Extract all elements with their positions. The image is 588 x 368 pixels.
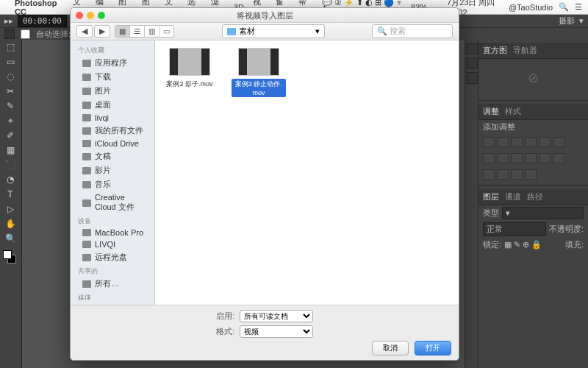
- enable-select[interactable]: 所有可读文档: [240, 310, 313, 322]
- file-item[interactable]: 案例2 静止动作.mov: [232, 48, 286, 97]
- user[interactable]: @TaoStudio: [509, 3, 553, 12]
- format-select[interactable]: 视频: [240, 325, 313, 338]
- tool-stamp[interactable]: ▦: [0, 143, 21, 158]
- tool-crop[interactable]: ✂: [0, 84, 21, 99]
- tab-histogram[interactable]: 直方图: [483, 45, 507, 56]
- tool-hand[interactable]: ✋: [0, 216, 21, 231]
- view-list[interactable]: ☰: [130, 26, 145, 37]
- path-selector[interactable]: 素材▾: [222, 24, 325, 38]
- adj-icon[interactable]: [483, 169, 495, 180]
- sb-allfiles[interactable]: 我的所有文件: [71, 124, 154, 138]
- adj-icon[interactable]: [511, 169, 523, 180]
- adj-icon[interactable]: [483, 153, 495, 163]
- home-icon[interactable]: ▸▸: [4, 16, 13, 26]
- tab-channels[interactable]: 通道: [505, 191, 521, 202]
- sb-pictures[interactable]: 图片: [71, 84, 154, 98]
- file-browser[interactable]: 案例2 影子.mov 案例2 静止动作.mov: [155, 40, 459, 305]
- tab-styles[interactable]: 样式: [505, 106, 521, 117]
- adj-icon[interactable]: [497, 137, 509, 147]
- adj-icon[interactable]: [525, 169, 537, 180]
- back-button[interactable]: ◀: [76, 25, 93, 38]
- tool-gradient[interactable]: ⬛: [0, 158, 21, 172]
- tab-paths[interactable]: 路径: [527, 191, 543, 202]
- sb-remote[interactable]: 远程光盘: [71, 250, 154, 264]
- tool-zoom[interactable]: 🔍: [0, 231, 21, 246]
- sb-desktop[interactable]: 桌面: [71, 98, 154, 112]
- sb-movies[interactable]: 影片: [71, 163, 154, 177]
- adj-icon[interactable]: [539, 137, 551, 147]
- tab-adjustments[interactable]: 调整: [483, 106, 499, 117]
- tool-eyedropper[interactable]: ✎: [0, 99, 21, 113]
- sb-all[interactable]: 所有…: [71, 277, 154, 291]
- view-mode-group: ▦☰▥▭: [115, 25, 174, 38]
- sb-downloads[interactable]: 下载: [71, 70, 154, 84]
- adj-icon[interactable]: [553, 137, 564, 147]
- lock-icons[interactable]: ▦ ✎ ⊕ 🔒: [504, 240, 542, 250]
- globe-icon: [82, 280, 91, 288]
- right-panels: 直方图导航器 ⊘ 调整样式 添加调整 图层通道路径 类型▾ 正常不透明度: 锁定…: [478, 40, 588, 368]
- adj-icon[interactable]: [497, 153, 509, 163]
- file-item[interactable]: 案例2 影子.mov: [162, 48, 217, 97]
- tool-brush[interactable]: ✐: [0, 128, 21, 143]
- dialog-toolbar: ◀▶ ▦☰▥▭ 素材▾ 🔍 搜索: [71, 23, 459, 40]
- sb-icloud[interactable]: iCloud Drive: [71, 138, 154, 149]
- sb-home[interactable]: livqi: [71, 112, 154, 124]
- adj-icon[interactable]: [497, 169, 509, 180]
- notif-icon[interactable]: ☰: [575, 2, 582, 12]
- sb-macbook[interactable]: MacBook Pro: [71, 227, 154, 238]
- panel-icon[interactable]: [466, 43, 478, 54]
- move-tool-icon[interactable]: [4, 29, 15, 39]
- workspace-switcher[interactable]: 摄影: [559, 15, 575, 26]
- sb-disk[interactable]: LIVQI: [71, 238, 154, 250]
- sb-documents[interactable]: 文稿: [71, 149, 154, 163]
- cancel-button[interactable]: 取消: [372, 341, 409, 355]
- panel-icon[interactable]: [466, 72, 478, 84]
- layer-filter[interactable]: ▾: [502, 207, 584, 219]
- workspace-chevron-icon[interactable]: ▾: [579, 16, 584, 26]
- tool-path[interactable]: ▷: [0, 202, 21, 216]
- app-name[interactable]: Photoshop CC: [15, 0, 64, 16]
- fwd-button[interactable]: ▶: [94, 25, 110, 38]
- adj-icon[interactable]: [511, 137, 523, 147]
- layer-kind-label: 类型: [483, 208, 499, 219]
- color-swatch[interactable]: [3, 250, 16, 263]
- close-button[interactable]: [76, 12, 83, 19]
- fill-label: 填充:: [565, 239, 584, 250]
- tool-type[interactable]: T: [0, 187, 21, 202]
- blend-mode[interactable]: 正常: [483, 222, 546, 236]
- minimize-button[interactable]: [87, 12, 94, 19]
- spotlight-icon[interactable]: 🔍: [559, 2, 569, 12]
- tool-dodge[interactable]: ◔: [0, 172, 21, 187]
- add-adjustment-label: 添加调整: [478, 120, 588, 134]
- view-cols[interactable]: ▥: [145, 26, 159, 37]
- tool-move[interactable]: ⬚: [0, 40, 21, 54]
- adj-icon[interactable]: [525, 153, 537, 163]
- sb-group-media: 媒体: [71, 291, 154, 303]
- tool-lasso[interactable]: ◌: [0, 69, 21, 84]
- sb-cc[interactable]: Creative Cloud 文件: [71, 191, 154, 214]
- download-icon: [82, 74, 91, 81]
- file-open-dialog: 将视频导入图层 ◀▶ ▦☰▥▭ 素材▾ 🔍 搜索 个人收藏 应用程序 下载 图片…: [70, 7, 459, 361]
- adj-icon[interactable]: [511, 153, 523, 163]
- tool-marquee[interactable]: ▭: [0, 54, 21, 69]
- tool-heal[interactable]: ⌖: [0, 113, 21, 128]
- toolbox: ⬚ ▭ ◌ ✂ ✎ ⌖ ✐ ▦ ⬛ ◔ T ▷ ✋ 🔍: [0, 40, 22, 368]
- view-cover[interactable]: ▭: [159, 26, 173, 37]
- auto-select-checkbox[interactable]: [21, 29, 30, 39]
- view-icons[interactable]: ▦: [115, 26, 130, 37]
- tab-navigator[interactable]: 导航器: [513, 45, 537, 56]
- panel-icon[interactable]: [466, 57, 478, 69]
- adj-icon[interactable]: [525, 137, 537, 147]
- sb-applications[interactable]: 应用程序: [71, 56, 154, 70]
- search-input[interactable]: 🔍 搜索: [372, 24, 453, 38]
- tab-layers[interactable]: 图层: [483, 191, 499, 202]
- disk-icon: [82, 241, 91, 248]
- adj-icon[interactable]: [553, 153, 564, 163]
- open-button[interactable]: 打开: [415, 341, 451, 355]
- file-name: 案例2 静止动作.mov: [232, 79, 286, 97]
- adj-icon[interactable]: [483, 137, 495, 147]
- dialog-titlebar[interactable]: 将视频导入图层: [71, 8, 459, 23]
- zoom-button[interactable]: [98, 12, 105, 19]
- adj-icon[interactable]: [539, 153, 551, 163]
- sb-music[interactable]: 音乐: [71, 177, 154, 191]
